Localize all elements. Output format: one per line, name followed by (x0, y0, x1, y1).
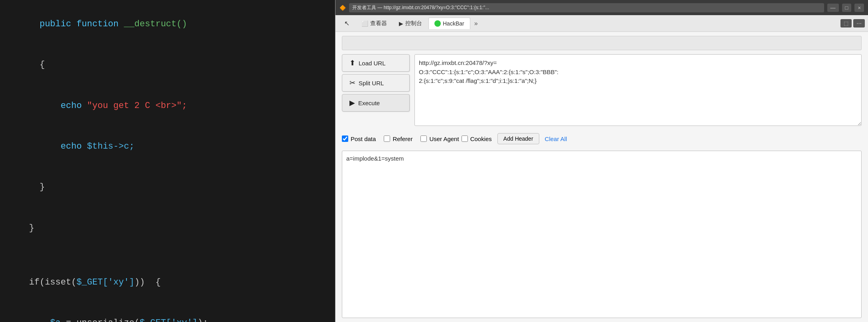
user-agent-checkbox-group[interactable]: User Agent (420, 135, 459, 142)
cursor-icon: ↖ (344, 20, 349, 27)
browser-favicon: 🔶 (339, 5, 346, 11)
referer-label: Referer (393, 135, 412, 142)
clear-all-button[interactable]: Clear All (545, 135, 567, 142)
execute-button[interactable]: ▶ Execute (342, 94, 410, 112)
code-line-9: $a = unserialize($_GET['xy']); (8, 303, 327, 322)
code-line-1: public function __destruct() (8, 4, 327, 45)
hackbar-main: ⬆ Load URL ✂ Split URL ▶ Execute (342, 54, 862, 126)
hackbar-buttons: ⬆ Load URL ✂ Split URL ▶ Execute (342, 54, 410, 126)
post-data-checkbox-group[interactable]: Post data (342, 135, 376, 142)
user-agent-checkbox[interactable] (420, 135, 427, 142)
devtools-tabs: ↖ ⬜ 查看器 ▶ 控制台 HackBar » ⬚ ⋯ (335, 15, 868, 32)
load-url-icon: ⬆ (349, 59, 355, 67)
code-line-2: { (8, 45, 327, 85)
browser-topbar: 🔶 开发者工具 — http://gz.imxbt.cn:20478/?xy=O… (335, 0, 868, 15)
hackbar-options: Post data Referer User Agent Cookies Add… (342, 132, 862, 146)
code-line-5: } (8, 167, 327, 208)
browser-close-btn[interactable]: × (854, 4, 864, 12)
tab-cursor[interactable]: ↖ (339, 17, 355, 29)
devtools-undock-btn[interactable]: ⬚ (840, 19, 852, 27)
hackbar-content: ⬆ Load URL ✂ Split URL ▶ Execute Post da… (335, 32, 868, 322)
execute-icon: ▶ (349, 98, 355, 107)
code-line-3: echo "you get 2 C <br>"; (8, 86, 327, 126)
code-editor: public function __destruct() { echo "you… (0, 0, 335, 322)
code-line-4: echo $this->c; (8, 126, 327, 167)
code-line-8: if(isset($_GET['xy'])) { (8, 262, 327, 303)
post-data-checkbox[interactable] (342, 135, 348, 142)
hackbar-postdata-section (342, 151, 862, 318)
split-url-icon: ✂ (349, 79, 355, 87)
referer-checkbox[interactable] (384, 135, 390, 142)
browser-maximize-btn[interactable]: □ (842, 4, 852, 12)
add-header-button[interactable]: Add Header (497, 133, 539, 144)
execute-label: Execute (358, 100, 380, 106)
referer-checkbox-group[interactable]: Referer (384, 135, 412, 142)
browser-panel: 🔶 开发者工具 — http://gz.imxbt.cn:20478/?xy=O… (335, 0, 868, 322)
code-line-blank (8, 249, 327, 262)
tab-hackbar-label: HackBar (443, 20, 464, 27)
inspector-icon: ⬜ (361, 20, 368, 27)
hackbar-options-row2: Cookies Add Header Clear All (467, 133, 567, 144)
user-agent-label: User Agent (429, 135, 459, 142)
devtools-menu-btn[interactable]: ⋯ (853, 19, 865, 27)
hackbar-icon (434, 20, 441, 27)
post-data-label: Post data (351, 135, 376, 142)
tab-more-btn[interactable]: » (471, 18, 481, 29)
split-url-label: Split URL (359, 80, 384, 86)
hackbar-url-input[interactable] (414, 54, 862, 126)
split-url-button[interactable]: ✂ Split URL (342, 74, 410, 92)
browser-url-bar: 开发者工具 — http://gz.imxbt.cn:20478/?xy=O:3… (349, 3, 824, 12)
tab-console-label: 控制台 (405, 20, 422, 27)
cookies-label: Cookies (470, 135, 492, 142)
console-icon: ▶ (399, 20, 403, 27)
tab-inspector-label: 查看器 (370, 20, 387, 27)
tab-hackbar[interactable]: HackBar (428, 18, 470, 29)
cookies-checkbox[interactable] (462, 135, 468, 142)
load-url-label: Load URL (359, 60, 386, 67)
code-line-6: } (8, 208, 327, 248)
cookies-checkbox-group[interactable]: Cookies (462, 135, 492, 142)
load-url-button[interactable]: ⬆ Load URL (342, 54, 410, 72)
browser-minimize-btn[interactable]: — (827, 4, 839, 12)
tab-end-buttons: ⬚ ⋯ (840, 19, 865, 27)
tab-console[interactable]: ▶ 控制台 (393, 18, 428, 29)
url-display-bar (342, 36, 862, 50)
tab-inspector[interactable]: ⬜ 查看器 (356, 18, 393, 29)
post-data-input[interactable] (342, 151, 862, 318)
